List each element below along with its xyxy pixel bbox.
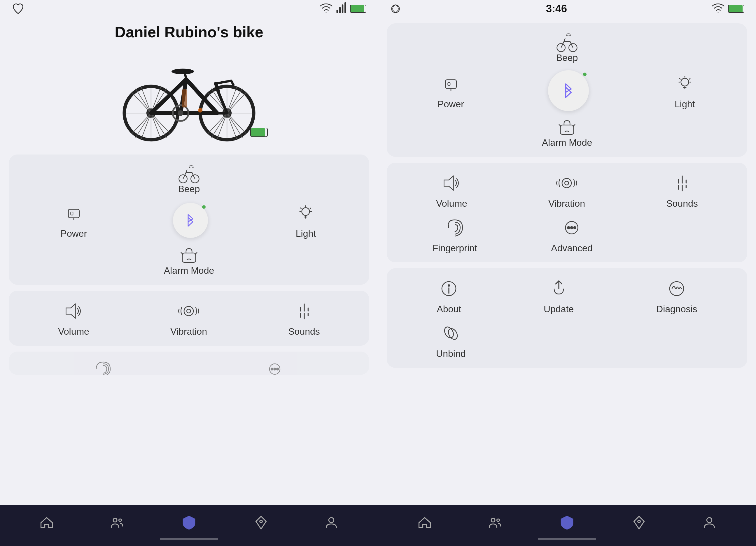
svg-point-66 [113, 518, 117, 522]
bike-title: Daniel Rubino's bike [115, 23, 263, 41]
svg-marker-53 [66, 304, 75, 318]
control-row-3-left [20, 360, 358, 375]
svg-rect-73 [445, 80, 456, 88]
sounds-item-right[interactable]: Sounds [666, 172, 698, 209]
svg-point-34 [171, 69, 194, 74]
control-row-vol-right: Volume Vibration [398, 172, 736, 209]
nav-people-right[interactable] [487, 515, 503, 530]
svg-point-64 [271, 368, 273, 370]
svg-point-104 [491, 518, 495, 522]
bluetooth-dot-right [583, 73, 587, 76]
svg-rect-74 [448, 83, 450, 86]
power-item-right[interactable]: Power [437, 72, 464, 110]
alarm-item-left[interactable]: Alarm Mode [20, 245, 358, 276]
svg-rect-2 [342, 4, 344, 13]
fingerprint-label-right: Fingerprint [433, 243, 477, 254]
nav-profile-right[interactable] [702, 515, 717, 530]
vibration-icon-right [555, 172, 578, 195]
nav-profile-left[interactable] [324, 515, 339, 530]
vibration-item-right[interactable]: Vibration [548, 172, 585, 209]
control-row-about-right: About Update Diagnosis [398, 277, 736, 314]
advanced-item-right[interactable]: Advanced [551, 216, 592, 254]
beep-icon-left [177, 163, 201, 184]
advanced-icon-left-partial [263, 360, 286, 375]
nav-home-left[interactable] [39, 515, 54, 530]
about-icon-right [437, 277, 461, 300]
svg-line-46 [310, 208, 311, 209]
svg-rect-41 [68, 209, 79, 218]
control-card-3-right: About Update Diagnosis [387, 268, 747, 368]
nav-people-left[interactable] [109, 515, 125, 530]
svg-point-102 [443, 325, 455, 339]
volume-icon-right [440, 172, 463, 195]
svg-point-107 [707, 518, 712, 523]
volume-label-left: Volume [58, 326, 89, 337]
nav-shield-right[interactable] [558, 513, 576, 532]
battery-right [728, 5, 744, 13]
nav-home-right[interactable] [417, 515, 432, 530]
bike-svg [110, 50, 268, 143]
svg-point-36 [178, 110, 183, 116]
bottom-nav-right [378, 505, 756, 546]
svg-rect-82 [560, 125, 574, 134]
beep-label-right: Beep [556, 53, 578, 63]
wifi-icon [320, 2, 333, 15]
svg-point-67 [119, 519, 122, 521]
alarm-label-left: Alarm Mode [164, 265, 214, 276]
fingerprint-item-right[interactable]: Fingerprint [433, 216, 477, 254]
vibration-label-right: Vibration [548, 198, 585, 209]
vibration-item-left[interactable]: Vibration [170, 299, 207, 337]
control-row-1-right: Power [398, 70, 736, 111]
light-label-left: Light [296, 228, 316, 239]
control-row-1-left: Power [20, 202, 358, 239]
beep-item-right[interactable]: Beep [398, 32, 736, 63]
bluetooth-item-right[interactable] [548, 70, 589, 111]
people-icon-left [109, 515, 125, 530]
nav-shield-left[interactable] [180, 513, 198, 532]
fingerprint-item-left-partial [92, 360, 115, 375]
nav-location-right[interactable] [631, 515, 647, 530]
about-item-right[interactable]: About [437, 277, 461, 314]
light-item-right[interactable]: Light [673, 72, 697, 110]
svg-point-103 [447, 327, 459, 341]
battery-left [350, 5, 366, 13]
control-card-1-left: Beep Power [9, 155, 369, 285]
beep-item-left[interactable]: Beep [20, 163, 358, 195]
svg-marker-85 [444, 176, 453, 190]
light-icon-right [673, 72, 697, 95]
beep-label-left: Beep [178, 184, 200, 195]
light-icon-left [294, 202, 317, 225]
svg-line-30 [216, 84, 219, 92]
profile-icon-right [702, 515, 717, 530]
alarm-item-right[interactable]: Alarm Mode [398, 117, 736, 148]
bike-section: Daniel Rubino's bike [0, 18, 378, 149]
home-indicator-right [538, 538, 596, 540]
wifi-icon-right [712, 2, 725, 15]
nav-location-left[interactable] [253, 515, 269, 530]
light-item-left[interactable]: Light [294, 202, 317, 239]
bluetooth-icon-left [182, 212, 199, 229]
diagnosis-item-right[interactable]: Diagnosis [656, 277, 697, 314]
power-label-left: Power [61, 228, 87, 239]
volume-item-left[interactable]: Volume [58, 299, 89, 337]
sounds-item-left[interactable]: Sounds [288, 299, 320, 337]
status-icons-right [712, 2, 744, 15]
alarm-icon-right [555, 117, 579, 137]
svg-point-86 [562, 179, 571, 188]
bluetooth-item-left[interactable] [173, 203, 208, 238]
fingerprint-icon-left-partial [92, 360, 115, 375]
shield-icon-right [558, 513, 576, 532]
controls-section-left: Beep Power [0, 149, 378, 505]
svg-point-68 [260, 520, 262, 523]
unbind-item-right[interactable]: Unbind [436, 321, 465, 359]
volume-item-right[interactable]: Volume [436, 172, 467, 209]
battery-indicator-left [250, 128, 268, 137]
sounds-icon-right [671, 172, 694, 195]
control-card-2-right: Volume Vibration [387, 163, 747, 263]
svg-point-55 [187, 309, 190, 313]
svg-line-32 [231, 81, 234, 85]
sounds-label-right: Sounds [666, 198, 698, 209]
svg-point-97 [574, 227, 576, 229]
update-item-right[interactable]: Update [544, 277, 574, 314]
power-item-left[interactable]: Power [61, 202, 87, 239]
